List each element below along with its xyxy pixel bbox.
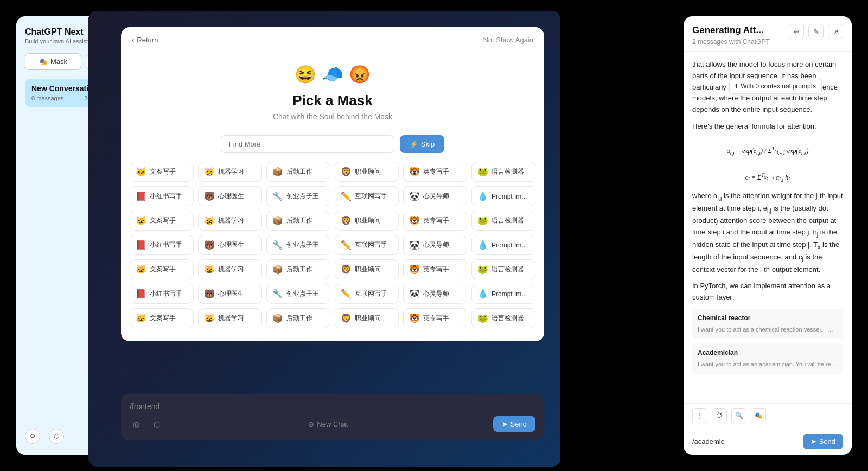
mask-item[interactable]: 🐻心理医生 <box>198 284 262 304</box>
mask-item-label: 机器学习 <box>218 216 244 225</box>
mask-item[interactable]: 🦁职业顾问 <box>335 259 399 279</box>
dark-bookmark-icon[interactable]: ⬡ <box>150 418 163 431</box>
mask-item[interactable]: 😸机器学习 <box>198 211 262 231</box>
mask-item[interactable]: 🐼心灵导师 <box>403 186 467 206</box>
mask-item-emoji: 💧 <box>477 191 488 201</box>
dark-input-text[interactable]: /frontend <box>130 402 535 411</box>
mask-item[interactable]: 🐯英专写手 <box>403 259 467 279</box>
bottom-clock-btn[interactable]: ⏱ <box>712 408 727 423</box>
right-header-actions: ↩ ✎ ↗ <box>789 24 843 39</box>
prompt-card-academician[interactable]: Academician I want you to act as an acad… <box>692 343 843 374</box>
mask-item[interactable]: 🐼心灵导师 <box>403 284 467 304</box>
mask-item-emoji: 💧 <box>477 240 488 250</box>
dark-circle-icon[interactable]: ◎ <box>130 418 143 431</box>
mask-item[interactable]: 🐸语言检测器 <box>471 259 535 279</box>
mask-item-label: 心理医生 <box>218 192 244 201</box>
mask-item-emoji: 😸 <box>204 313 215 323</box>
mask-item-emoji: 🦁 <box>341 313 352 323</box>
mask-item[interactable]: ✏️互联网写手 <box>335 284 399 304</box>
settings-icon-btn[interactable]: ⚙ <box>25 429 40 444</box>
dark-send-button[interactable]: ➤ Send <box>493 416 535 432</box>
prompt-card-chemical[interactable]: Chemical reactor I want you to act as a … <box>692 309 843 339</box>
github-icon-btn[interactable]: ⬡ <box>49 429 64 444</box>
mask-item-emoji: ✏️ <box>341 240 352 250</box>
mask-item[interactable]: 🐱文案写手 <box>130 259 194 279</box>
mask-item[interactable]: 💧Prompt Im... <box>471 186 535 206</box>
bottom-search-btn[interactable]: 🔍 <box>731 408 746 423</box>
mask-item-label: 职业顾问 <box>355 314 381 323</box>
mask-item[interactable]: 😸机器学习 <box>198 308 262 328</box>
mask-item[interactable]: 🐻心理医生 <box>198 235 262 255</box>
mask-item-label: 文案写手 <box>150 167 176 176</box>
undo-button[interactable]: ↩ <box>789 24 804 39</box>
mask-item-label: 后勤工作 <box>286 216 312 225</box>
mask-item[interactable]: 🦁职业顾问 <box>335 308 399 328</box>
chevron-left-icon: ‹ <box>132 36 134 44</box>
mask-item-emoji: ✏️ <box>341 289 352 299</box>
right-content: that allows the model to focus more on c… <box>684 52 852 403</box>
dark-footer-row: ◎ ⬡ ⊕ New Chat ➤ Send <box>130 416 535 432</box>
mask-item[interactable]: 🔧创业点子王 <box>266 284 330 304</box>
middle-chat-panel: CRE 🌐 ⬆ ...only answer their pro... ...s… <box>88 11 560 467</box>
mask-item[interactable]: 🦁职业顾问 <box>335 211 399 231</box>
skip-button[interactable]: ⚡ Skip <box>400 135 444 153</box>
mask-emojis: 😆 🧢 😡 <box>132 64 533 85</box>
mask-item[interactable]: 💧Prompt Im... <box>471 235 535 255</box>
mask-item[interactable]: 🐸语言检测器 <box>471 308 535 328</box>
mask-item[interactable]: 📦后勤工作 <box>266 211 330 231</box>
mask-item-label: 创业点子王 <box>286 240 319 250</box>
mask-button[interactable]: 🎭 Mask <box>25 53 81 70</box>
bottom-mask-btn[interactable]: 🎭 <box>751 408 766 423</box>
dark-new-chat-btn[interactable]: ⊕ New Chat <box>308 420 348 428</box>
right-chat-input[interactable] <box>692 437 799 445</box>
mask-item-label: 文案写手 <box>150 265 176 274</box>
mask-item-emoji: 📦 <box>272 167 283 177</box>
mask-item[interactable]: 🔧创业点子王 <box>266 186 330 206</box>
mask-item-emoji: 🐯 <box>409 167 420 177</box>
return-button[interactable]: ‹ Return <box>132 36 158 44</box>
mask-item[interactable]: 🐻心理医生 <box>198 186 262 206</box>
mask-row: 🐱文案写手😸机器学习📦后勤工作🦁职业顾问🐯英专写手🐸语言检测器 <box>130 162 535 182</box>
mask-item[interactable]: 🐱文案写手 <box>130 308 194 328</box>
mask-item-emoji: 🐸 <box>477 313 488 323</box>
right-send-icon: ➤ <box>810 437 816 445</box>
mask-item[interactable]: 🐸语言检测器 <box>471 162 535 182</box>
mask-item[interactable]: 📦后勤工作 <box>266 259 330 279</box>
mask-item[interactable]: 🐯英专写手 <box>403 308 467 328</box>
mask-search-input[interactable] <box>221 135 394 153</box>
mask-item[interactable]: 😸机器学习 <box>198 162 262 182</box>
right-send-button[interactable]: ➤ Send <box>803 434 843 449</box>
mask-item[interactable]: 📕小红书写手 <box>130 284 194 304</box>
mask-item-label: 英专写手 <box>423 167 449 176</box>
mask-item[interactable]: 🐯英专写手 <box>403 211 467 231</box>
mask-item[interactable]: ✏️互联网写手 <box>335 186 399 206</box>
mask-item-emoji: 🔧 <box>272 191 283 201</box>
mask-item-label: 英专写手 <box>423 216 449 225</box>
mask-item[interactable]: 🔧创业点子王 <box>266 235 330 255</box>
mask-item[interactable]: 🦁职业顾问 <box>335 162 399 182</box>
mask-item[interactable]: ✏️互联网写手 <box>335 235 399 255</box>
edit-button[interactable]: ✎ <box>808 24 824 39</box>
mask-item-label: Prompt Im... <box>492 290 527 298</box>
share-button[interactable]: ↗ <box>828 24 843 39</box>
mask-item[interactable]: 🐼心灵导师 <box>403 235 467 255</box>
mask-item[interactable]: 🐯英专写手 <box>403 162 467 182</box>
mask-item[interactable]: 💧Prompt Im... <box>471 284 535 304</box>
not-show-again-button[interactable]: Not Show Again <box>483 36 533 44</box>
mask-subtitle: Chat with the Soul behind the Mask <box>132 112 533 121</box>
mask-item-label: 后勤工作 <box>286 167 312 176</box>
mask-item[interactable]: 🐸语言检测器 <box>471 211 535 231</box>
mask-item-label: 职业顾问 <box>355 167 381 176</box>
mask-item-label: 职业顾问 <box>355 216 381 225</box>
mask-item-label: 心灵导师 <box>423 240 449 250</box>
formula-alpha: αi,j = exp(ei,j) / ΣTxk=1 exp(ei,k) <box>692 143 843 158</box>
mask-item[interactable]: 📦后勤工作 <box>266 162 330 182</box>
mask-item[interactable]: 📕小红书写手 <box>130 235 194 255</box>
mask-item[interactable]: 🐱文案写手 <box>130 211 194 231</box>
mask-item[interactable]: 🐱文案写手 <box>130 162 194 182</box>
mask-item[interactable]: 📕小红书写手 <box>130 186 194 206</box>
mask-item[interactable]: 📦后勤工作 <box>266 308 330 328</box>
mask-item[interactable]: 😸机器学习 <box>198 259 262 279</box>
right-bottom-icons: ⋮ ⏱ 🔍 🎭 <box>684 403 852 428</box>
bottom-chevron-btn[interactable]: ⋮ <box>692 408 707 423</box>
